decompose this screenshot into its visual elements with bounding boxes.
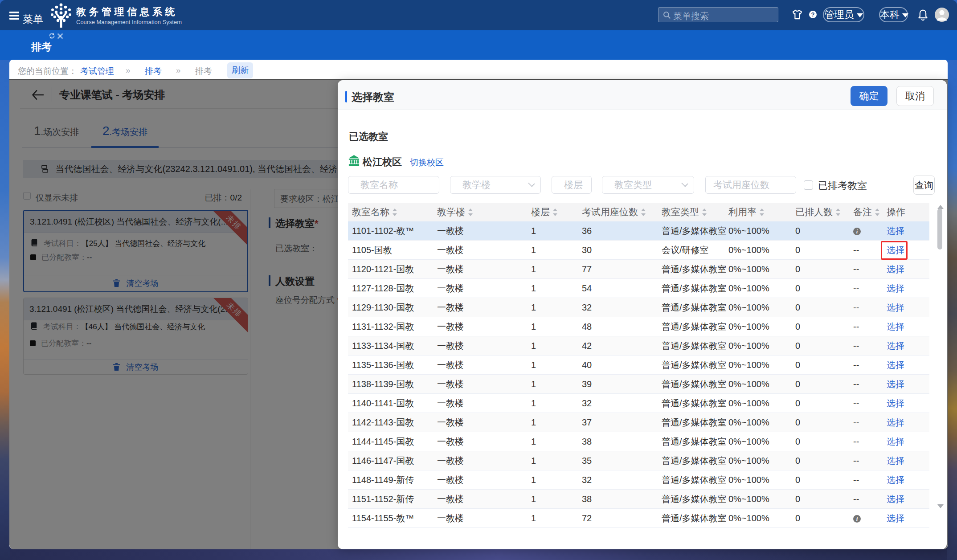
svg-text:?: ? — [811, 11, 815, 18]
